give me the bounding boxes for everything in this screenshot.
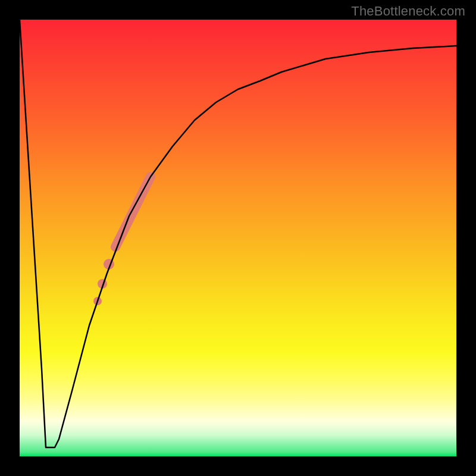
curve-layer — [20, 20, 456, 456]
bottleneck-curve — [20, 20, 456, 447]
watermark-text: TheBottleneck.com — [351, 4, 465, 19]
chart-stage: TheBottleneck.com — [0, 0, 476, 476]
